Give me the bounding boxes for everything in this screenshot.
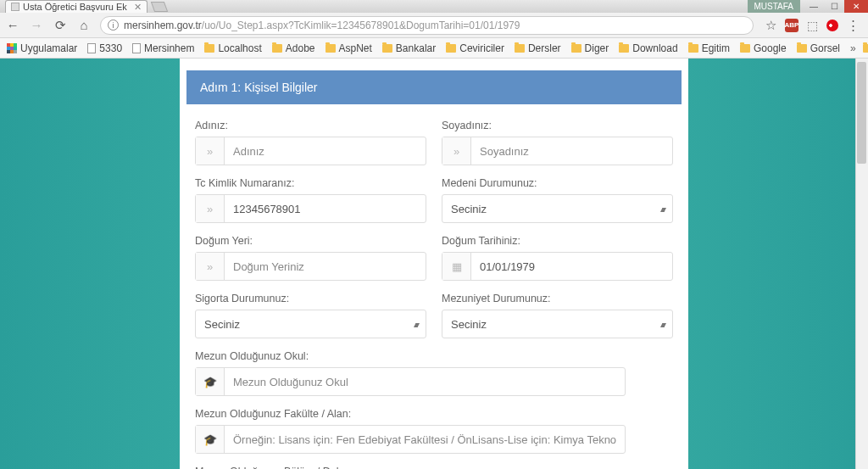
mezuniyet-select[interactable]: Seciniz ▴▾ <box>442 310 673 338</box>
apps-button[interactable]: Uygulamalar <box>7 42 77 54</box>
mezuniyet-label: Mezuniyet Durumunuz: <box>442 293 673 304</box>
back-button[interactable]: ← <box>5 18 20 33</box>
bookmark-folder-localhost[interactable]: Localhost <box>204 42 261 54</box>
tc-input[interactable] <box>225 195 426 222</box>
apps-icon <box>7 43 17 53</box>
site-info-icon[interactable]: i <box>108 20 119 31</box>
tab-favicon <box>11 3 19 11</box>
tc-label: Tc Kimlik Numaranız: <box>195 177 426 189</box>
chevron-right-icon: » <box>196 195 225 222</box>
folder-icon <box>740 44 750 53</box>
bookmark-folder-egitim[interactable]: Egitim <box>688 42 730 54</box>
locale-flag-icon[interactable] <box>826 20 838 31</box>
page-scrollbar[interactable] <box>855 59 868 469</box>
tab-close-icon[interactable]: ✕ <box>134 2 142 13</box>
bookmark-folder-ceviriciler[interactable]: Ceviriciler <box>446 42 504 54</box>
graduation-cap-icon: 🎓 <box>196 426 225 453</box>
folder-icon <box>326 44 336 53</box>
browser-tab[interactable]: Usta Öğretici Başvuru Ek ✕ <box>5 0 147 13</box>
page-icon <box>87 43 96 53</box>
bookmark-folder-dersler[interactable]: Dersler <box>515 42 561 54</box>
extension-icon[interactable]: ⬚ <box>807 19 818 32</box>
bookmark-label: Mersinhem <box>144 42 194 54</box>
bookmark-label: AspNet <box>339 42 372 54</box>
forward-button[interactable]: → <box>29 18 44 33</box>
bookmark-star-icon[interactable]: ☆ <box>765 18 776 33</box>
okul-input[interactable] <box>225 368 625 395</box>
soyadiniz-input[interactable] <box>471 137 672 165</box>
page-icon <box>132 43 141 53</box>
okul-label: Mezun Olduğunuz Okul: <box>195 350 626 362</box>
address-bar[interactable]: i mersinhem.gov.tr/uo/Uo_Step1.aspx?TcKi… <box>100 16 754 35</box>
sigorta-select[interactable]: Seciniz ▴▾ <box>195 310 426 338</box>
bookmark-label: Dersler <box>528 42 561 54</box>
browser-toolbar: ← → ⟳ ⌂ i mersinhem.gov.tr/uo/Uo_Step1.a… <box>0 13 868 38</box>
folder-icon <box>272 44 282 53</box>
bookmark-label: Localhost <box>218 42 261 54</box>
bookmark-item-mersinhem[interactable]: Mersinhem <box>132 42 194 54</box>
chevron-right-icon: » <box>196 137 225 165</box>
tab-title: Usta Öğretici Başvuru Ek <box>23 2 127 12</box>
bookmark-folder-download[interactable]: Download <box>619 42 677 54</box>
step-header: Adım 1: Kişisel Bilgiler <box>186 70 682 104</box>
profile-badge[interactable]: MUSTAFA <box>748 0 800 13</box>
bookmark-item-5330[interactable]: 5330 <box>87 42 122 54</box>
caret-updown-icon: ▴▾ <box>660 320 664 329</box>
fakulte-input[interactable] <box>225 426 625 453</box>
window-minimize-button[interactable] <box>804 0 824 13</box>
folder-icon <box>688 44 698 53</box>
new-tab-button[interactable] <box>151 2 168 12</box>
bookmark-label: Bankalar <box>396 42 436 54</box>
bookmark-label: Adobe <box>286 42 315 54</box>
bookmark-label: Egitim <box>702 42 730 54</box>
bookmarks-overflow-icon[interactable]: » <box>850 42 856 54</box>
dogum-tarihi-label: Doğum Tarihiniz: <box>442 235 673 247</box>
home-button[interactable]: ⌂ <box>76 18 92 33</box>
select-value: Seciniz <box>451 318 487 331</box>
caret-updown-icon: ▴▾ <box>414 320 417 329</box>
page-viewport: Adım 1: Kişisel Bilgiler Adınız: » Soyad… <box>0 59 868 469</box>
bookmark-folder-diger[interactable]: Diger <box>571 42 609 54</box>
dogum-yeri-input[interactable] <box>225 253 426 280</box>
other-bookmarks-folder[interactable]: Diğer yer işaretleri <box>863 42 868 54</box>
apps-label: Uygulamalar <box>20 42 77 54</box>
bookmark-folder-gorsel[interactable]: Gorsel <box>797 42 840 54</box>
folder-icon <box>863 44 868 53</box>
adiniz-input[interactable] <box>225 137 426 165</box>
bookmark-folder-google[interactable]: Google <box>740 42 787 54</box>
bookmark-folder-aspnet[interactable]: AspNet <box>326 42 372 54</box>
bookmark-label: 5330 <box>99 42 122 54</box>
folder-icon <box>619 44 629 53</box>
medeni-select[interactable]: Seciniz ▴▾ <box>442 194 673 223</box>
bookmark-folder-adobe[interactable]: Adobe <box>272 42 315 54</box>
dogum-tarihi-input[interactable] <box>471 253 672 280</box>
window-titlebar: Usta Öğretici Başvuru Ek ✕ MUSTAFA <box>0 0 868 13</box>
soyadiniz-label: Soyadınız: <box>442 120 673 131</box>
bookmark-label: Diger <box>585 42 609 54</box>
select-value: Seciniz <box>204 318 240 331</box>
folder-icon <box>446 44 456 53</box>
folder-icon <box>515 44 525 53</box>
bookmark-label: Gorsel <box>810 42 840 54</box>
medeni-label: Medeni Durumunuz: <box>442 177 673 189</box>
form-card: Adım 1: Kişisel Bilgiler Adınız: » Soyad… <box>180 59 688 469</box>
reload-button[interactable]: ⟳ <box>53 18 68 33</box>
chevron-right-icon: » <box>196 253 225 280</box>
bookmark-label: Google <box>754 42 787 54</box>
window-close-button[interactable] <box>844 0 868 13</box>
dogum-yeri-group: » <box>195 252 426 281</box>
url-path: /uo/Uo_Step1.aspx?TcKimlik=12345678901&D… <box>202 20 520 31</box>
bookmark-folder-bankalar[interactable]: Bankalar <box>382 42 436 54</box>
adblock-icon[interactable]: ABP <box>785 19 798 32</box>
select-value: Seciniz <box>451 203 487 215</box>
window-maximize-button[interactable] <box>824 0 844 13</box>
folder-icon <box>204 44 214 53</box>
chrome-menu-icon[interactable]: ⋮ <box>847 18 860 33</box>
scrollbar-thumb[interactable] <box>857 62 866 164</box>
dogum-tarihi-group: ▦ <box>442 252 673 281</box>
adiniz-group: » <box>195 137 426 165</box>
sigorta-label: Sigorta Durumunuz: <box>195 293 426 304</box>
bolum-label: Mezun Olduğunuz Bölüm / Dal: <box>195 466 626 469</box>
dogum-yeri-label: Doğum Yeri: <box>195 235 426 247</box>
fakulte-label: Mezun Olduğunuz Fakülte / Alan: <box>195 408 626 420</box>
